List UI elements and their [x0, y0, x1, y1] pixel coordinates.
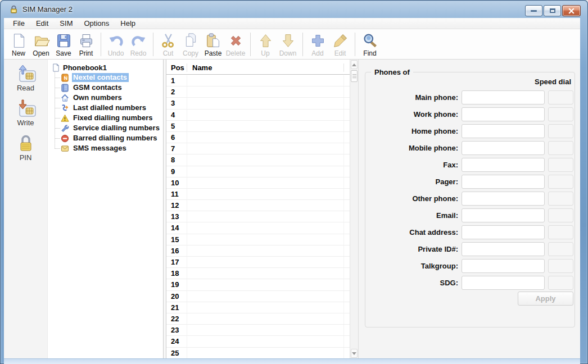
- column-header-name[interactable]: Name: [187, 63, 344, 72]
- tree-item-nextel-contacts[interactable]: NNextel contacts: [48, 72, 163, 83]
- talkgroup-speed-dial-input[interactable]: [548, 259, 573, 273]
- tree-connector-stub: [55, 148, 60, 149]
- table-row[interactable]: 22: [166, 313, 350, 325]
- email-input[interactable]: [462, 208, 545, 222]
- toolbar-button-paste[interactable]: Paste: [202, 31, 224, 59]
- field-label: Home phone:: [365, 127, 462, 135]
- toolbar-button-save[interactable]: Save: [52, 31, 75, 59]
- table-row[interactable]: 18: [166, 268, 350, 279]
- table-row[interactable]: 16: [166, 245, 350, 257]
- sidebar-button-label: PIN: [20, 153, 32, 162]
- table-row[interactable]: 11: [166, 189, 350, 200]
- sdg-speed-dial-input[interactable]: [548, 276, 573, 290]
- table-row[interactable]: 9: [166, 166, 350, 178]
- table-row[interactable]: 12: [166, 200, 350, 211]
- table-row[interactable]: 4: [166, 110, 350, 121]
- toolbar-button-copy: Copy: [179, 31, 202, 59]
- mobile-phone-speed-dial-input[interactable]: [548, 141, 573, 155]
- tree-item-service-dialling-numbers[interactable]: Service dialling numbers: [48, 123, 163, 133]
- table-row[interactable]: 14: [166, 222, 350, 234]
- cell-name: [187, 166, 344, 177]
- toolbar-button-open[interactable]: Open: [30, 31, 52, 59]
- chat-address-input[interactable]: [462, 225, 545, 239]
- work-phone-input[interactable]: [462, 107, 545, 121]
- cell-pos: 1: [166, 75, 187, 86]
- table-row[interactable]: 25: [166, 348, 350, 359]
- find-icon: [361, 33, 379, 49]
- tree-item-gsm-contacts[interactable]: GSM contacts: [48, 83, 163, 93]
- table-row[interactable]: 15: [166, 234, 350, 245]
- toolbar-button-print[interactable]: Print: [75, 31, 97, 59]
- chat-address-speed-dial-input[interactable]: [548, 225, 573, 239]
- cell-pos: 11: [166, 189, 187, 199]
- cell-name: [187, 336, 344, 347]
- menu-file[interactable]: File: [7, 18, 30, 29]
- sidebar-button-read[interactable]: Read: [8, 63, 44, 93]
- sidebar-button-write[interactable]: Write: [8, 98, 44, 128]
- toolbar-button-new[interactable]: New: [7, 31, 30, 59]
- tree-item-last-dialled-numbers[interactable]: Last dialled numbers: [48, 103, 163, 113]
- home-phone-speed-dial-input[interactable]: [548, 124, 573, 138]
- tree-item-sms-messages[interactable]: SMS messages: [48, 143, 163, 153]
- other-phone-input[interactable]: [462, 192, 545, 206]
- table-row[interactable]: 8: [166, 154, 350, 166]
- sdg-input[interactable]: [462, 276, 545, 290]
- close-button[interactable]: [562, 5, 581, 16]
- table-row[interactable]: 17: [166, 257, 350, 268]
- tree-root-phonebook[interactable]: Phonebook1: [48, 62, 163, 72]
- mobile-phone-input[interactable]: [462, 141, 545, 155]
- paste-icon: [205, 33, 222, 49]
- tree-item-own-numbers[interactable]: Own numbers: [48, 93, 163, 103]
- toolbar-separator: [101, 33, 101, 56]
- minimize-button[interactable]: [525, 5, 542, 16]
- scroll-up-button[interactable]: [351, 60, 358, 69]
- table-row[interactable]: 20: [166, 291, 350, 302]
- tree-item-label: Service dialling numbers: [72, 124, 161, 133]
- column-header-pos[interactable]: Pos: [166, 63, 187, 72]
- table-row[interactable]: 6: [166, 132, 350, 143]
- toolbar-button-find[interactable]: Find: [359, 31, 381, 59]
- fax-input[interactable]: [462, 158, 545, 172]
- table-row[interactable]: 1: [166, 75, 350, 87]
- menu-options[interactable]: Options: [78, 18, 115, 29]
- sidebar-button-pin[interactable]: PIN: [8, 133, 44, 163]
- private-id-speed-dial-input[interactable]: [548, 242, 573, 256]
- table-row[interactable]: 24: [166, 336, 350, 347]
- talkgroup-input[interactable]: [462, 259, 545, 273]
- main-phone-speed-dial-input[interactable]: [548, 90, 573, 104]
- table-row[interactable]: 19: [166, 279, 350, 290]
- tree-item-barred-dialling-numbers[interactable]: Barred dialling numbers: [48, 133, 163, 143]
- table-row[interactable]: 21: [166, 302, 350, 313]
- title-bar[interactable]: SIM Manager 2: [0, 0, 588, 18]
- email-speed-dial-input[interactable]: [548, 208, 573, 222]
- home-phone-input[interactable]: [462, 124, 545, 138]
- scrollbar-thumb[interactable]: [351, 70, 358, 82]
- tree-item-fixed-dialling-numbers[interactable]: Fixed dialling numbers: [48, 113, 163, 123]
- fax-speed-dial-input[interactable]: [548, 158, 573, 172]
- cell-name: [187, 200, 344, 211]
- table-row[interactable]: 5: [166, 121, 350, 132]
- toolbar-button-label: New: [12, 49, 25, 57]
- work-phone-speed-dial-input[interactable]: [548, 107, 573, 121]
- tree-item-label: SMS messages: [72, 144, 128, 153]
- table-row[interactable]: 2: [166, 87, 350, 98]
- nextel-icon: N: [61, 74, 69, 82]
- menu-edit[interactable]: Edit: [30, 18, 54, 29]
- sidebar-button-label: Write: [17, 119, 34, 127]
- maximize-button[interactable]: [544, 5, 561, 16]
- cell-name: [187, 222, 344, 233]
- table-row[interactable]: 13: [166, 211, 350, 222]
- pager-input[interactable]: [462, 175, 545, 189]
- table-row[interactable]: 7: [166, 143, 350, 154]
- pager-speed-dial-input[interactable]: [548, 175, 573, 189]
- main-phone-input[interactable]: [462, 90, 545, 104]
- private-id-input[interactable]: [462, 242, 545, 256]
- other-phone-speed-dial-input[interactable]: [548, 192, 573, 206]
- table-row[interactable]: 23: [166, 325, 350, 336]
- table-scrollbar[interactable]: [350, 60, 358, 358]
- menu-sim[interactable]: SIM: [54, 18, 78, 29]
- table-row[interactable]: 10: [166, 178, 350, 189]
- scroll-down-button[interactable]: [351, 349, 358, 358]
- menu-help[interactable]: Help: [115, 18, 141, 29]
- table-row[interactable]: 3: [166, 98, 350, 109]
